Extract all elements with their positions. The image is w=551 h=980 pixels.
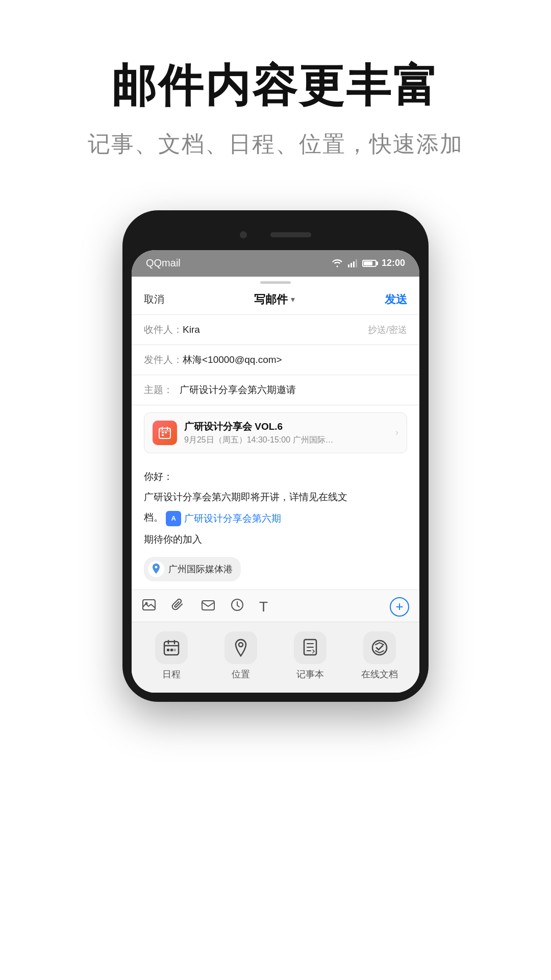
location-name: 广州国际媒体港 — [168, 561, 233, 577]
body-line4: 期待你的加入 — [144, 531, 407, 548]
calendar-icon-box — [153, 421, 177, 445]
phone-speaker — [270, 232, 311, 237]
notes-label: 记事本 — [296, 668, 324, 680]
svg-rect-15 — [164, 642, 179, 655]
to-label: 收件人： — [144, 323, 183, 336]
phone-camera — [240, 231, 247, 238]
quick-add-location[interactable]: 位置 — [206, 631, 276, 680]
schedule-icon-bg — [155, 631, 188, 664]
battery-icon — [362, 260, 377, 267]
body-line1: 你好： — [144, 469, 407, 485]
doc-icon-box: A — [166, 511, 181, 526]
svg-rect-0 — [348, 264, 349, 267]
header-area: 邮件内容更丰富 记事、文档、日程、位置，快速添加 — [0, 0, 551, 190]
location-label: 位置 — [232, 668, 250, 680]
svg-rect-7 — [162, 434, 164, 436]
email-compose-screen: 取消 写邮件 ▾ 发送 收件人： Kira 抄送/密送 — [132, 285, 419, 693]
schedule-icon — [162, 639, 181, 657]
clock-icon[interactable] — [231, 598, 244, 615]
cc-bcc-label[interactable]: 抄送/密送 — [368, 324, 407, 336]
body-line3: 档。 A 广研设计分享会第六期 — [144, 509, 407, 527]
to-field: 收件人： Kira 抄送/密送 — [132, 315, 419, 345]
phone-notch — [132, 219, 419, 250]
docs-label: 在线文档 — [361, 668, 398, 680]
calendar-attachment-card[interactable]: 广研设计分享会 VOL.6 9月25日（周五）14:30-15:00 广州国际…… — [144, 412, 407, 453]
pull-indicator — [132, 277, 419, 285]
from-value[interactable]: 林海<10000@qq.com> — [183, 353, 407, 366]
status-bar: QQmail — [132, 250, 419, 277]
svg-rect-3 — [356, 259, 357, 267]
svg-rect-5 — [162, 432, 164, 433]
quick-add-schedule[interactable]: 日程 — [137, 631, 206, 680]
toolbar-icons-group: T — [142, 598, 268, 616]
schedule-label: 日程 — [162, 668, 181, 680]
to-value[interactable]: Kira — [183, 324, 368, 335]
quick-add-docs[interactable]: 在线文档 — [345, 631, 414, 680]
app-name: QQmail — [146, 257, 181, 269]
phone-outer: QQmail — [122, 210, 429, 702]
compose-topbar: 取消 写邮件 ▾ 发送 — [132, 285, 419, 315]
image-icon[interactable] — [142, 599, 156, 615]
doc-link[interactable]: A 广研设计分享会第六期 — [166, 510, 281, 527]
location-chip[interactable]: 广州国际媒体港 — [144, 557, 241, 581]
calendar-icon — [158, 426, 172, 440]
svg-rect-19 — [170, 649, 173, 651]
location-icon-bg — [224, 631, 257, 664]
svg-rect-2 — [353, 261, 355, 267]
toolbar-plus-button[interactable]: + — [390, 597, 409, 617]
subject-field: 主题： 广研设计分享会第六期邀请 — [132, 375, 419, 405]
status-time: 12:00 — [382, 258, 405, 268]
quick-add-bar: 日程 位置 — [132, 622, 419, 693]
docs-icon — [370, 639, 389, 657]
svg-rect-10 — [159, 430, 170, 432]
doc-icon-text: A — [171, 513, 176, 524]
header-subtitle: 记事、文档、日程、位置，快速添加 — [0, 129, 551, 159]
location-icon-circle — [148, 561, 164, 577]
send-button[interactable]: 发送 — [385, 292, 407, 307]
wifi-icon — [332, 259, 343, 267]
svg-point-21 — [239, 643, 243, 647]
plus-icon: + — [395, 599, 403, 615]
subject-label: 主题： — [144, 383, 180, 397]
notes-icon-bg — [294, 631, 327, 664]
calendar-card-info: 广研设计分享会 VOL.6 9月25日（周五）14:30-15:00 广州国际… — [184, 420, 395, 446]
email-body[interactable]: 你好： 广研设计分享会第六期即将开讲，详情见在线文 档。 A 广研设计分享会第六… — [132, 460, 419, 590]
svg-rect-6 — [165, 432, 167, 433]
dropdown-arrow-icon[interactable]: ▾ — [291, 295, 295, 304]
location-icon — [233, 639, 248, 657]
docs-icon-bg — [363, 631, 396, 664]
quick-add-notes[interactable]: 记事本 — [276, 631, 345, 680]
compose-toolbar: T + — [132, 590, 419, 622]
from-field: 发件人： 林海<10000@qq.com> — [132, 345, 419, 375]
signal-icon — [348, 259, 357, 267]
status-right-icons: 12:00 — [332, 258, 405, 268]
attachment-icon[interactable] — [171, 598, 186, 616]
email-icon[interactable] — [201, 599, 215, 615]
location-pin-icon — [152, 564, 161, 575]
svg-rect-13 — [202, 601, 214, 610]
notes-icon — [303, 639, 318, 657]
calendar-card-title: 广研设计分享会 VOL.6 — [184, 420, 395, 433]
calendar-card-time: 9月25日（周五）14:30-15:00 广州国际… — [184, 435, 395, 446]
page: 邮件内容更丰富 记事、文档、日程、位置，快速添加 QQmail — [0, 0, 551, 702]
header-title: 邮件内容更丰富 — [0, 61, 551, 111]
cancel-button[interactable]: 取消 — [144, 292, 164, 306]
phone-mockup: QQmail — [0, 210, 551, 702]
phone-screen: QQmail — [132, 250, 419, 693]
svg-rect-20 — [173, 649, 176, 651]
svg-rect-18 — [167, 649, 169, 651]
subject-value[interactable]: 广研设计分享会第六期邀请 — [180, 383, 296, 397]
from-label: 发件人： — [144, 353, 183, 366]
chevron-right-icon: › — [395, 427, 398, 438]
svg-rect-1 — [350, 263, 352, 267]
body-line2: 广研设计分享会第六期即将开讲，详情见在线文 — [144, 489, 407, 505]
compose-title: 写邮件 — [254, 292, 288, 307]
text-format-icon[interactable]: T — [259, 599, 268, 615]
compose-title-area: 写邮件 ▾ — [254, 292, 295, 307]
doc-link-text[interactable]: 广研设计分享会第六期 — [184, 510, 281, 527]
